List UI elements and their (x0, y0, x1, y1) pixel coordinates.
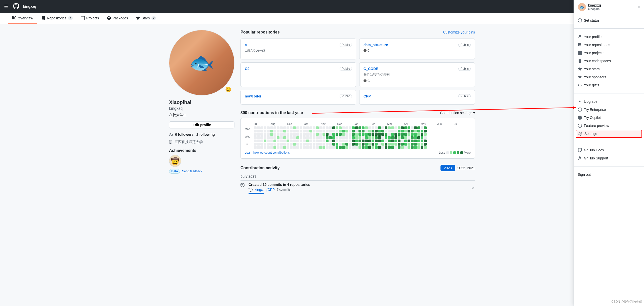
activity-repo-row: kingxzq/CPP 7 commits (249, 188, 310, 192)
hamburger-icon[interactable]: ☰ (4, 4, 8, 9)
upload-icon (578, 99, 582, 104)
profile-sidebar: 🐟 😊 Xiaopihai kingxzq 在校大学生 Edit profile… (169, 30, 234, 196)
dropdown-feature-preview[interactable]: Feature preview (574, 122, 644, 130)
main-header: ☰ kingxzq 🔍 / (0, 0, 644, 13)
dropdown-try-enterprise[interactable]: Try Enterprise (574, 106, 644, 114)
profile-username: kingxzq (169, 106, 234, 111)
dropdown-section-profile: Your profile Your repositories Your proj… (574, 31, 644, 91)
activity-month: July 2023 (240, 174, 475, 178)
avatar: 🐟 (169, 30, 234, 95)
repo-card-oj: OJ Public (240, 62, 356, 87)
dropdown-sign-out[interactable]: Sign out (574, 171, 644, 179)
beta-feedback: Beta Send feedback (169, 169, 234, 174)
dropdown-your-repositories[interactable]: Your repositories (574, 41, 644, 49)
lang-dot-c_code (364, 79, 367, 82)
dropdown-handle: Xiaopihai (588, 7, 601, 11)
dropdown-your-profile[interactable]: Your profile (574, 33, 644, 41)
followers-link[interactable]: 0 followers (175, 132, 193, 137)
graph-footer: Learn how we count contributions Less Mo… (245, 151, 471, 154)
organization-name: 江西科技师范大学 (175, 140, 203, 144)
nav-stars-badge: 2 (151, 16, 156, 20)
popular-repos-header: Popular repositories Customize your pins (240, 30, 475, 35)
following-link[interactable]: 2 following (196, 132, 215, 137)
dropdown-user-info: 🐟 kingxzq Xiaopihai (578, 3, 601, 11)
nav-projects-label: Projects (86, 16, 99, 20)
repo-name-nowcoder[interactable]: nowcoder (245, 94, 261, 98)
repo-name-c[interactable]: c (245, 43, 247, 47)
book-icon (578, 148, 582, 152)
dropdown-github-support[interactable]: GitHub Support (574, 154, 644, 162)
repo-visibility-cpp: Public (458, 94, 471, 98)
repo-visibility-oj: Public (340, 67, 352, 71)
nav-stars[interactable]: Stars 2 (132, 13, 160, 24)
github-logo[interactable] (13, 3, 19, 10)
repo-visibility-c_code: Public (458, 67, 471, 71)
dropdown-header: 🐟 kingxzq Xiaopihai × (574, 0, 644, 14)
profile-stats: 0 followers · 2 following (169, 132, 234, 137)
repo-name-oj[interactable]: OJ (245, 67, 250, 71)
dropdown-divider-4 (574, 166, 644, 166)
dropdown-section-status: Set status (574, 14, 644, 26)
dropdown-your-gists[interactable]: Your gists (574, 81, 644, 89)
nav-repositories-badge: 7 (68, 16, 73, 20)
header-username[interactable]: kingxzq (23, 5, 36, 9)
activity-commits-bar (249, 193, 264, 194)
year-2022-button[interactable]: 2022 (457, 166, 465, 170)
repo-name-data_structure[interactable]: data_structure (364, 43, 388, 47)
year-2023-button[interactable]: 2023 (440, 165, 455, 171)
dropdown-your-stars[interactable]: Your stars (574, 65, 644, 73)
avatar-image: 🐟 (169, 30, 234, 95)
edit-profile-button[interactable]: Edit profile (169, 121, 234, 128)
dropdown-divider-1 (574, 28, 644, 29)
expand-icon[interactable] (471, 186, 475, 190)
dropdown-section-upgrade: Upgrade Try Enterprise Try Copilot Featu… (574, 95, 644, 140)
preview-icon (578, 124, 582, 128)
legend-cell-2 (453, 151, 456, 154)
activity-item: Created 19 commits in 4 repositories kin… (240, 180, 475, 196)
user-dropdown: 🐟 kingxzq Xiaopihai × Set status Your pr… (574, 0, 644, 202)
nav-stars-label: Stars (142, 16, 150, 20)
profile-bio: 在校大学生 (169, 113, 234, 117)
repo-name-c_code[interactable]: C_CODE (364, 67, 378, 71)
contribution-settings-button[interactable]: Contribution settings ▾ (440, 111, 475, 115)
dropdown-set-status[interactable]: Set status (574, 16, 644, 24)
nav-overview[interactable]: Overview (8, 13, 37, 24)
legend-cell-3 (457, 151, 459, 154)
repo-card-data_structure: data_structure Public C (359, 39, 475, 59)
achievement-badge: 🤠 (169, 155, 234, 167)
year-2021-button[interactable]: 2021 (467, 166, 475, 170)
contribution-header: 300 contributions in the last year Contr… (240, 111, 475, 115)
dropdown-avatar: 🐟 (578, 3, 586, 11)
repo-card-cpp: CPP Public (359, 90, 475, 105)
repo-name-cpp[interactable]: CPP (364, 94, 371, 98)
dropdown-github-docs[interactable]: GitHub Docs (574, 146, 644, 154)
dropdown-your-projects[interactable]: Your projects (574, 49, 644, 57)
table-icon (578, 51, 582, 55)
send-feedback-link[interactable]: Send feedback (182, 169, 202, 173)
legend-cell-0 (446, 151, 449, 154)
dropdown-settings[interactable]: Settings (576, 130, 642, 138)
activity-details: Created 19 commits in 4 repositories kin… (249, 183, 310, 194)
activity-year-buttons: 2023 2022 2021 (440, 165, 475, 171)
nav-repositories-label: Repositories (47, 16, 66, 20)
activity-header: Contribution activity 2023 2022 2021 (240, 165, 475, 171)
dropdown-your-codespaces[interactable]: Your codespaces (574, 57, 644, 65)
learn-contributions-link[interactable]: Learn how we count contributions (245, 151, 290, 154)
gear-icon (578, 132, 582, 136)
activity-repo-link[interactable]: kingxzq/CPP (255, 188, 275, 192)
dropdown-your-sponsors[interactable]: Your sponsors (574, 73, 644, 81)
globe-icon (578, 108, 582, 112)
dropdown-try-copilot[interactable]: Try Copilot (574, 114, 644, 122)
nav-packages[interactable]: Packages (103, 13, 132, 24)
repo-card-c: c Public C语言学习代码 (240, 39, 356, 59)
dropdown-upgrade[interactable]: Upgrade (574, 97, 644, 106)
star-icon (578, 67, 582, 71)
nav-repositories[interactable]: Repositories 7 (37, 13, 77, 24)
repo-icon (578, 43, 582, 47)
dropdown-close-button[interactable]: × (637, 5, 640, 10)
customize-pins-link[interactable]: Customize your pins (443, 30, 475, 34)
profile-organization: 江西科技师范大学 (169, 140, 234, 144)
contribution-section: 300 contributions in the last year Contr… (240, 111, 475, 159)
nav-projects[interactable]: Projects (77, 13, 103, 24)
graph-render-area: MonWedFri JulAugSepOctNovDecJanFebMarApr… (245, 122, 471, 149)
